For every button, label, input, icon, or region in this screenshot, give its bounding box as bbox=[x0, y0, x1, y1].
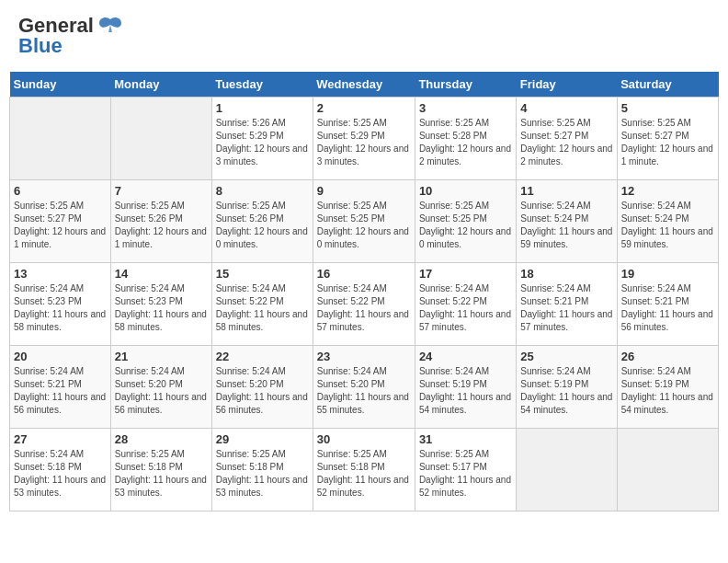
weekday-header-monday: Monday bbox=[110, 72, 211, 98]
weekday-header-sunday: Sunday bbox=[10, 72, 111, 98]
day-info: Sunrise: 5:25 AM Sunset: 5:17 PM Dayligh… bbox=[419, 448, 512, 500]
calendar-table: SundayMondayTuesdayWednesdayThursdayFrid… bbox=[9, 72, 719, 511]
calendar-cell: 26Sunrise: 5:24 AM Sunset: 5:19 PM Dayli… bbox=[617, 346, 718, 429]
calendar-cell: 1Sunrise: 5:26 AM Sunset: 5:29 PM Daylig… bbox=[211, 98, 313, 180]
weekday-header-wednesday: Wednesday bbox=[313, 72, 415, 98]
day-number: 8 bbox=[216, 184, 309, 198]
calendar-cell: 30Sunrise: 5:25 AM Sunset: 5:18 PM Dayli… bbox=[313, 429, 415, 511]
page-header: General Blue bbox=[9, 9, 719, 63]
calendar-week-row: 27Sunrise: 5:24 AM Sunset: 5:18 PM Dayli… bbox=[10, 429, 719, 511]
day-info: Sunrise: 5:25 AM Sunset: 5:29 PM Dayligh… bbox=[317, 117, 411, 168]
calendar-cell: 5Sunrise: 5:25 AM Sunset: 5:27 PM Daylig… bbox=[617, 98, 718, 180]
weekday-header-thursday: Thursday bbox=[415, 72, 516, 98]
calendar-cell: 29Sunrise: 5:25 AM Sunset: 5:18 PM Dayli… bbox=[211, 429, 313, 511]
calendar-cell bbox=[10, 98, 111, 180]
day-info: Sunrise: 5:25 AM Sunset: 5:18 PM Dayligh… bbox=[115, 448, 208, 500]
calendar-cell: 15Sunrise: 5:24 AM Sunset: 5:22 PM Dayli… bbox=[211, 263, 313, 346]
calendar-cell: 3Sunrise: 5:25 AM Sunset: 5:28 PM Daylig… bbox=[415, 98, 516, 180]
day-info: Sunrise: 5:24 AM Sunset: 5:22 PM Dayligh… bbox=[419, 282, 512, 334]
calendar-cell: 9Sunrise: 5:25 AM Sunset: 5:25 PM Daylig… bbox=[313, 180, 415, 263]
day-number: 13 bbox=[14, 267, 107, 281]
day-number: 28 bbox=[115, 432, 208, 446]
day-info: Sunrise: 5:25 AM Sunset: 5:25 PM Dayligh… bbox=[419, 200, 512, 251]
calendar-cell: 24Sunrise: 5:24 AM Sunset: 5:19 PM Dayli… bbox=[415, 346, 516, 429]
day-number: 31 bbox=[419, 432, 512, 446]
calendar-week-row: 1Sunrise: 5:26 AM Sunset: 5:29 PM Daylig… bbox=[10, 98, 719, 180]
day-info: Sunrise: 5:24 AM Sunset: 5:23 PM Dayligh… bbox=[14, 282, 107, 334]
day-number: 1 bbox=[216, 101, 309, 115]
calendar-week-row: 13Sunrise: 5:24 AM Sunset: 5:23 PM Dayli… bbox=[10, 263, 719, 346]
day-number: 6 bbox=[14, 184, 107, 198]
day-number: 5 bbox=[621, 101, 714, 115]
weekday-header-friday: Friday bbox=[517, 72, 617, 98]
day-number: 25 bbox=[520, 350, 612, 363]
day-number: 21 bbox=[115, 350, 208, 363]
calendar-cell: 11Sunrise: 5:24 AM Sunset: 5:24 PM Dayli… bbox=[517, 180, 617, 263]
day-number: 9 bbox=[317, 184, 411, 198]
calendar-cell bbox=[110, 98, 211, 180]
day-info: Sunrise: 5:24 AM Sunset: 5:21 PM Dayligh… bbox=[520, 282, 612, 334]
calendar-cell: 21Sunrise: 5:24 AM Sunset: 5:20 PM Dayli… bbox=[110, 346, 211, 429]
day-info: Sunrise: 5:24 AM Sunset: 5:21 PM Dayligh… bbox=[621, 282, 714, 334]
day-info: Sunrise: 5:24 AM Sunset: 5:21 PM Dayligh… bbox=[14, 365, 107, 417]
calendar-cell: 20Sunrise: 5:24 AM Sunset: 5:21 PM Dayli… bbox=[10, 346, 111, 429]
calendar-cell: 16Sunrise: 5:24 AM Sunset: 5:22 PM Dayli… bbox=[313, 263, 415, 346]
day-number: 23 bbox=[317, 350, 411, 363]
calendar-cell: 14Sunrise: 5:24 AM Sunset: 5:23 PM Dayli… bbox=[110, 263, 211, 346]
day-info: Sunrise: 5:24 AM Sunset: 5:20 PM Dayligh… bbox=[216, 365, 309, 417]
day-number: 30 bbox=[317, 432, 411, 446]
calendar-cell: 28Sunrise: 5:25 AM Sunset: 5:18 PM Dayli… bbox=[110, 429, 211, 511]
day-number: 29 bbox=[216, 432, 309, 446]
calendar-cell: 7Sunrise: 5:25 AM Sunset: 5:26 PM Daylig… bbox=[110, 180, 211, 263]
day-info: Sunrise: 5:24 AM Sunset: 5:20 PM Dayligh… bbox=[317, 365, 411, 417]
day-info: Sunrise: 5:24 AM Sunset: 5:22 PM Dayligh… bbox=[216, 282, 309, 334]
calendar-cell: 18Sunrise: 5:24 AM Sunset: 5:21 PM Dayli… bbox=[517, 263, 617, 346]
logo-bird-icon bbox=[97, 16, 123, 36]
calendar-cell: 8Sunrise: 5:25 AM Sunset: 5:26 PM Daylig… bbox=[211, 180, 313, 263]
day-number: 17 bbox=[419, 267, 512, 281]
day-info: Sunrise: 5:25 AM Sunset: 5:28 PM Dayligh… bbox=[419, 117, 512, 168]
calendar-cell: 27Sunrise: 5:24 AM Sunset: 5:18 PM Dayli… bbox=[10, 429, 111, 511]
day-number: 12 bbox=[621, 184, 714, 198]
calendar-cell: 19Sunrise: 5:24 AM Sunset: 5:21 PM Dayli… bbox=[617, 263, 718, 346]
day-info: Sunrise: 5:25 AM Sunset: 5:18 PM Dayligh… bbox=[216, 448, 309, 500]
day-info: Sunrise: 5:24 AM Sunset: 5:19 PM Dayligh… bbox=[419, 365, 512, 417]
day-number: 27 bbox=[14, 432, 107, 446]
weekday-header-saturday: Saturday bbox=[617, 72, 718, 98]
weekday-header-row: SundayMondayTuesdayWednesdayThursdayFrid… bbox=[10, 72, 719, 98]
weekday-header-tuesday: Tuesday bbox=[211, 72, 313, 98]
day-number: 26 bbox=[621, 350, 714, 363]
day-number: 19 bbox=[621, 267, 714, 281]
calendar-cell: 13Sunrise: 5:24 AM Sunset: 5:23 PM Dayli… bbox=[10, 263, 111, 346]
calendar-cell: 12Sunrise: 5:24 AM Sunset: 5:24 PM Dayli… bbox=[617, 180, 718, 263]
calendar-cell: 2Sunrise: 5:25 AM Sunset: 5:29 PM Daylig… bbox=[313, 98, 415, 180]
calendar-cell: 31Sunrise: 5:25 AM Sunset: 5:17 PM Dayli… bbox=[415, 429, 516, 511]
calendar-week-row: 20Sunrise: 5:24 AM Sunset: 5:21 PM Dayli… bbox=[10, 346, 719, 429]
day-number: 3 bbox=[419, 101, 512, 115]
day-info: Sunrise: 5:24 AM Sunset: 5:22 PM Dayligh… bbox=[317, 282, 411, 334]
calendar-cell: 23Sunrise: 5:24 AM Sunset: 5:20 PM Dayli… bbox=[313, 346, 415, 429]
calendar-cell: 4Sunrise: 5:25 AM Sunset: 5:27 PM Daylig… bbox=[517, 98, 617, 180]
day-info: Sunrise: 5:24 AM Sunset: 5:18 PM Dayligh… bbox=[14, 448, 107, 500]
calendar-cell: 10Sunrise: 5:25 AM Sunset: 5:25 PM Dayli… bbox=[415, 180, 516, 263]
day-number: 2 bbox=[317, 101, 411, 115]
day-number: 15 bbox=[216, 267, 309, 281]
logo: General Blue bbox=[18, 14, 123, 58]
day-info: Sunrise: 5:24 AM Sunset: 5:24 PM Dayligh… bbox=[520, 200, 612, 251]
calendar-cell bbox=[517, 429, 617, 511]
day-number: 24 bbox=[419, 350, 512, 363]
day-info: Sunrise: 5:24 AM Sunset: 5:19 PM Dayligh… bbox=[621, 365, 714, 417]
calendar-cell: 22Sunrise: 5:24 AM Sunset: 5:20 PM Dayli… bbox=[211, 346, 313, 429]
day-info: Sunrise: 5:25 AM Sunset: 5:27 PM Dayligh… bbox=[14, 200, 107, 251]
day-info: Sunrise: 5:25 AM Sunset: 5:27 PM Dayligh… bbox=[520, 117, 612, 168]
day-number: 22 bbox=[216, 350, 309, 363]
day-number: 20 bbox=[14, 350, 107, 363]
day-info: Sunrise: 5:25 AM Sunset: 5:26 PM Dayligh… bbox=[216, 200, 309, 251]
calendar-cell: 6Sunrise: 5:25 AM Sunset: 5:27 PM Daylig… bbox=[10, 180, 111, 263]
day-info: Sunrise: 5:24 AM Sunset: 5:19 PM Dayligh… bbox=[520, 365, 612, 417]
calendar-cell: 25Sunrise: 5:24 AM Sunset: 5:19 PM Dayli… bbox=[517, 346, 617, 429]
day-number: 4 bbox=[520, 101, 612, 115]
day-info: Sunrise: 5:24 AM Sunset: 5:24 PM Dayligh… bbox=[621, 200, 714, 251]
day-number: 14 bbox=[115, 267, 208, 281]
day-info: Sunrise: 5:26 AM Sunset: 5:29 PM Dayligh… bbox=[216, 117, 309, 168]
